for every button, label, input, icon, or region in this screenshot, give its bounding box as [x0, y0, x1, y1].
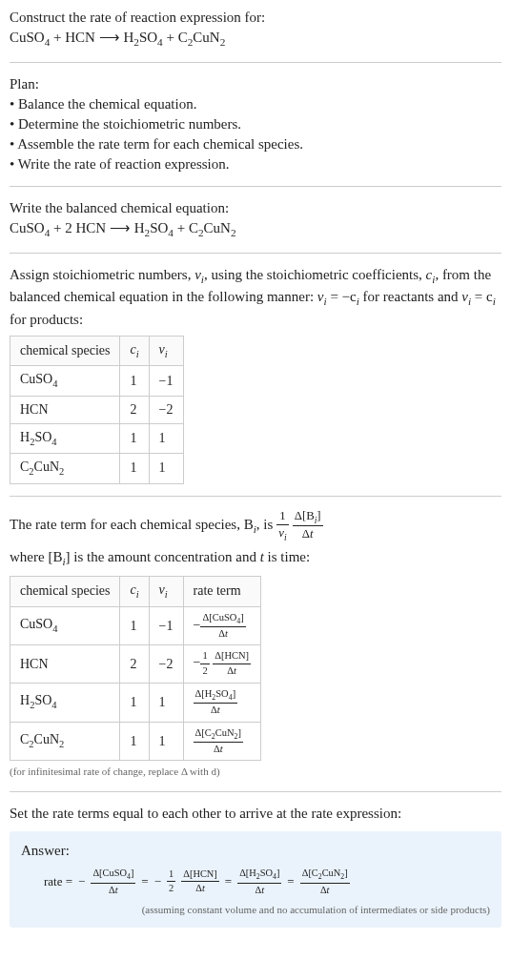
divider [10, 62, 501, 63]
table-row: H2SO4 1 1 [10, 423, 184, 453]
rateterm-table: chemical species ci νi rate term CuSO4 1… [10, 576, 261, 761]
arrow-icon: ⟶ [110, 218, 131, 238]
ci-cell: 2 [120, 645, 149, 683]
nui-cell: −1 [149, 606, 183, 645]
col-species: chemical species [10, 337, 120, 366]
ci-cell: 1 [120, 423, 149, 453]
species-cell: CuSO4 [10, 606, 120, 645]
rate-expression: rate = − Δ[CuSO4]Δt = − 12 Δ[HCN]Δt = Δ[… [44, 867, 490, 898]
arrow-icon: ⟶ [99, 28, 120, 48]
col-species: chemical species [10, 577, 120, 606]
table-row: CuSO4 1 −1 [10, 366, 184, 396]
answer-box: Answer: rate = − Δ[CuSO4]Δt = − 12 Δ[HCN… [10, 831, 501, 928]
nui-cell: 1 [149, 454, 183, 483]
ci-cell: 1 [120, 722, 149, 761]
col-nui: νi [149, 577, 183, 606]
nui-cell: 1 [149, 683, 183, 722]
balanced-equation: CuSO4 + 2 HCN ⟶ H2SO4 + C2CuN2 [10, 218, 501, 241]
fraction: 1 νi [276, 508, 288, 544]
construct-title: Construct the rate of reaction expressio… [10, 8, 501, 28]
stoichiometry-table: chemical species ci νi CuSO4 1 −1 HCN 2 … [10, 336, 184, 484]
plan-item: • Balance the chemical equation. [10, 94, 501, 114]
rateterm-cell: −Δ[CuSO4]Δt [183, 606, 261, 645]
ci-cell: 1 [120, 606, 149, 645]
plan-item: • Determine the stoichiometric numbers. [10, 114, 501, 134]
ci-cell: 2 [120, 396, 149, 423]
balanced-section: Write the balanced chemical equation: Cu… [10, 198, 501, 241]
balanced-title: Write the balanced chemical equation: [10, 198, 501, 218]
plan-section: Plan: • Balance the chemical equation. •… [10, 74, 501, 174]
col-ci: ci [120, 577, 149, 606]
fraction: Δ[Bi] Δt [293, 508, 323, 544]
nui-cell: −1 [149, 366, 183, 396]
divider [10, 186, 501, 187]
rateterm-cell: Δ[H2SO4]Δt [183, 683, 261, 722]
ci-cell: 1 [120, 366, 149, 396]
species-cell: C2CuN2 [10, 722, 120, 761]
table-row: C2CuN2 1 1 [10, 454, 184, 483]
assign-section: Assign stoichiometric numbers, νi, using… [10, 265, 501, 484]
table-header-row: chemical species ci νi [10, 337, 184, 366]
col-rateterm: rate term [183, 577, 261, 606]
plan-item: • Assemble the rate term for each chemic… [10, 134, 501, 154]
divider [10, 253, 501, 254]
table-row: HCN 2 −2 −12 Δ[HCN]Δt [10, 645, 261, 683]
divider [10, 791, 501, 792]
ci-cell: 1 [120, 683, 149, 722]
setequal-text: Set the rate terms equal to each other t… [10, 804, 501, 824]
plan-item: • Write the rate of reaction expression. [10, 154, 501, 174]
species-cell: C2CuN2 [10, 454, 120, 483]
table-row: H2SO4 1 1 Δ[H2SO4]Δt [10, 683, 261, 722]
construct-section: Construct the rate of reaction expressio… [10, 8, 501, 51]
species: CuSO4 [10, 30, 50, 45]
rateterm-section: The rate term for each chemical species,… [10, 508, 501, 780]
plan-title: Plan: [10, 74, 501, 94]
table-header-row: chemical species ci νi rate term [10, 577, 261, 606]
rateterm-cell: Δ[C2CuN2]Δt [183, 722, 261, 761]
table-row: C2CuN2 1 1 Δ[C2CuN2]Δt [10, 722, 261, 761]
nui-cell: 1 [149, 423, 183, 453]
species-cell: HCN [10, 645, 120, 683]
infinitesimal-note: (for infinitesimal rate of change, repla… [10, 765, 501, 779]
species-cell: HCN [10, 396, 120, 423]
species-cell: CuSO4 [10, 366, 120, 396]
ci-cell: 1 [120, 454, 149, 483]
rateterm-cell: −12 Δ[HCN]Δt [183, 645, 261, 683]
unbalanced-equation: CuSO4 + HCN ⟶ H2SO4 + C2CuN2 [10, 28, 501, 51]
divider [10, 496, 501, 497]
table-row: CuSO4 1 −1 −Δ[CuSO4]Δt [10, 606, 261, 645]
assumption-note: (assuming constant volume and no accumul… [21, 903, 490, 917]
nui-cell: −2 [149, 645, 183, 683]
species-cell: H2SO4 [10, 683, 120, 722]
col-nui: νi [149, 337, 183, 366]
col-ci: ci [120, 337, 149, 366]
table-row: HCN 2 −2 [10, 396, 184, 423]
species-cell: H2SO4 [10, 423, 120, 453]
nui-cell: −2 [149, 396, 183, 423]
answer-label: Answer: [21, 841, 490, 861]
nui-cell: 1 [149, 722, 183, 761]
